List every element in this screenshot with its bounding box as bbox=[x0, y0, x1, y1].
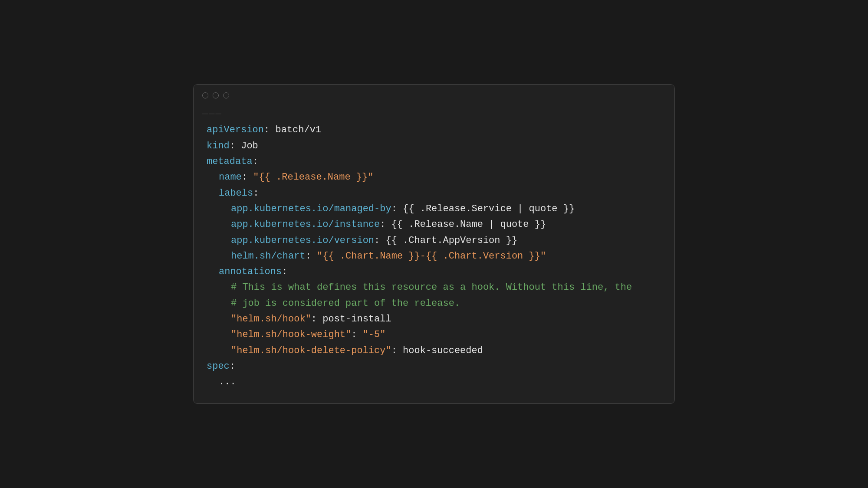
close-button[interactable] bbox=[202, 92, 208, 98]
line-metadata: metadata: bbox=[207, 154, 661, 170]
divider: ___ bbox=[194, 103, 674, 122]
line-hook-delete-policy: "helm.sh/hook-delete-policy": hook-succe… bbox=[231, 343, 661, 359]
line-comment-2: # job is considered part of the release. bbox=[231, 296, 661, 311]
line-kind: kind: Job bbox=[207, 138, 661, 154]
line-helm-chart: helm.sh/chart: "{{ .Chart.Name }}-{{ .Ch… bbox=[231, 249, 661, 264]
terminal-window: ___ apiVersion: batch/v1 kind: Job metad… bbox=[193, 84, 675, 403]
line-name: name: "{{ .Release.Name }}" bbox=[219, 170, 661, 185]
line-ellipsis: ... bbox=[219, 374, 661, 390]
line-managed-by: app.kubernetes.io/managed-by: {{ .Releas… bbox=[231, 201, 661, 217]
line-apiversion: apiVersion: batch/v1 bbox=[207, 122, 661, 138]
code-block: apiVersion: batch/v1 kind: Job metadata:… bbox=[194, 122, 674, 390]
line-hook: "helm.sh/hook": post-install bbox=[231, 311, 661, 327]
maximize-button[interactable] bbox=[223, 92, 229, 98]
line-comment-1: # This is what defines this resource as … bbox=[231, 280, 661, 295]
titlebar bbox=[194, 85, 674, 103]
line-version: app.kubernetes.io/version: {{ .Chart.App… bbox=[231, 233, 661, 249]
line-spec: spec: bbox=[207, 359, 661, 374]
line-annotations: annotations: bbox=[219, 264, 661, 280]
line-instance: app.kubernetes.io/instance: {{ .Release.… bbox=[231, 217, 661, 233]
minimize-button[interactable] bbox=[213, 92, 219, 98]
traffic-lights bbox=[202, 92, 229, 98]
line-hook-weight: "helm.sh/hook-weight": "-5" bbox=[231, 327, 661, 343]
line-labels: labels: bbox=[219, 186, 661, 201]
